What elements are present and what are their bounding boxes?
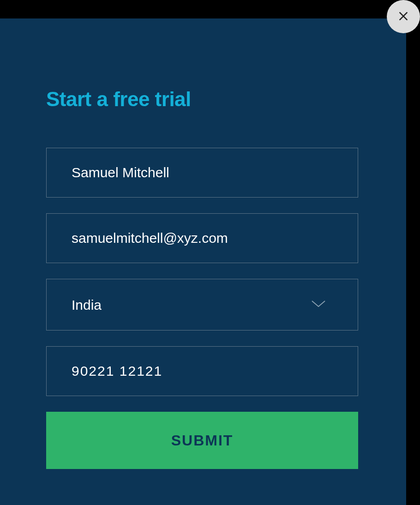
country-select-wrapper: India xyxy=(46,279,358,331)
modal-title: Start a free trial xyxy=(46,88,360,111)
close-button[interactable] xyxy=(387,0,420,33)
free-trial-modal: Start a free trial India SUBMIT xyxy=(0,18,406,505)
close-icon xyxy=(397,10,409,24)
email-field[interactable] xyxy=(46,213,358,263)
submit-button[interactable]: SUBMIT xyxy=(46,412,358,469)
name-field[interactable] xyxy=(46,148,358,198)
phone-field[interactable] xyxy=(46,346,358,396)
country-select[interactable]: India xyxy=(46,279,358,331)
